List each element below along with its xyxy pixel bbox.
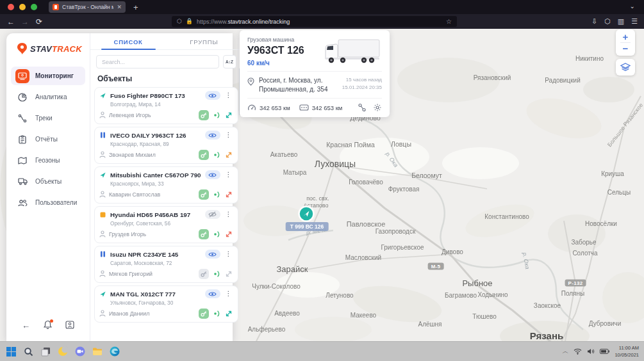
extensions-icon[interactable]: ⬡ <box>604 18 611 25</box>
key-status-icon[interactable] <box>199 309 209 319</box>
sidebar-item-label: Пользователи <box>35 199 77 206</box>
folder-icon <box>92 347 103 356</box>
battery-icon[interactable] <box>600 349 609 354</box>
map-label: Павловское <box>347 220 386 228</box>
sidebar-item-objects[interactable]: Объекты <box>11 172 85 191</box>
menu-icon[interactable]: ☰ <box>631 18 638 25</box>
more-menu-button[interactable]: ⋮ <box>224 92 233 99</box>
map-label: Белоомут <box>411 172 442 179</box>
zoom-out-button[interactable]: − <box>616 43 635 54</box>
ignition-status-icon[interactable] <box>212 150 221 159</box>
sidebar-item-reports[interactable]: Отчёты <box>11 130 85 148</box>
road-badge: М-5 <box>428 263 444 270</box>
visibility-toggle[interactable] <box>205 289 220 298</box>
sidebar-item-analytics[interactable]: Аналитика <box>11 88 85 106</box>
task-view-button[interactable] <box>40 346 51 357</box>
ignition-status-icon[interactable] <box>212 230 221 239</box>
connection-status-icon[interactable] <box>224 230 233 239</box>
forward-button[interactable]: → <box>18 17 32 26</box>
layers-button[interactable] <box>616 59 635 76</box>
back-arrow-button[interactable]: ← <box>22 321 30 330</box>
map-label: Криуша <box>601 170 624 177</box>
vehicle-card[interactable]: Mitsubishi Canter С567ОР 790⋮Красноярск,… <box>94 166 238 204</box>
app-logo: STAVTRACK <box>6 42 90 55</box>
key-status-icon[interactable] <box>199 150 209 160</box>
taskbar-clock[interactable]: 11:00 AM 10/05/2021 <box>615 344 639 359</box>
vehicle-card[interactable]: Isuzu NPR С234УЕ 145⋮Саратов, Московская… <box>94 246 238 283</box>
vehicle-card[interactable]: MAN TGL Х012СТ 777⋮Ульяновск, Гончарова,… <box>94 285 238 323</box>
visibility-toggle[interactable] <box>205 170 220 179</box>
vehicle-name: Fuso Fighter Р890СТ 173 <box>110 92 201 99</box>
zoom-in-button[interactable]: + <box>616 31 635 42</box>
sidebar-item-monitoring[interactable]: Мониторинг <box>11 67 85 85</box>
volume-icon[interactable] <box>587 348 595 355</box>
ignition-status-icon[interactable] <box>212 309 221 318</box>
sidebar-toggle-icon[interactable]: ▥ <box>618 18 624 25</box>
more-menu-button[interactable]: ⋮ <box>224 172 233 178</box>
more-menu-button[interactable]: ⋮ <box>224 211 233 218</box>
map-label: Сельцы <box>607 189 631 196</box>
ignition-status-icon[interactable] <box>212 269 221 278</box>
driver-icon <box>99 149 106 161</box>
key-status-icon[interactable] <box>199 110 209 120</box>
vehicle-status-icon <box>99 291 106 298</box>
sidebar-item-geozones[interactable]: Геозоны <box>11 151 85 170</box>
vehicle-card[interactable]: Hyundai HD65 Р456АВ 197⋮Оренбург, Советс… <box>94 206 238 243</box>
map-label: Макеево <box>351 312 377 319</box>
connection-status-icon[interactable] <box>224 111 233 120</box>
tab-list-chevron-icon[interactable]: ⌄ <box>630 3 635 10</box>
sort-az-button[interactable]: A↕Z <box>223 55 236 68</box>
route-button[interactable] <box>358 103 367 112</box>
night-mode-button[interactable] <box>57 346 69 357</box>
connection-status-icon[interactable] <box>224 269 233 278</box>
vehicle-card[interactable]: IVECO DAILY У963СТ 126⋮Краснодар, Красна… <box>94 127 238 164</box>
browser-tab[interactable]: СтавТрэк - Онлайн мониторин ✕ <box>49 1 126 13</box>
chat-button[interactable] <box>74 346 86 357</box>
sidebar-item-users[interactable]: Пользователи <box>11 193 85 212</box>
reload-button[interactable]: ⟳ <box>32 17 46 26</box>
connection-status-icon[interactable] <box>224 150 233 159</box>
more-menu-button[interactable]: ⋮ <box>224 132 233 138</box>
visibility-toggle[interactable] <box>205 210 220 219</box>
key-status-icon[interactable] <box>199 229 209 239</box>
url-bar[interactable]: ⬡ 🔒 https://www.stavtrack.online/trackin… <box>172 16 457 27</box>
start-button[interactable] <box>5 346 17 357</box>
shield-icon[interactable]: ⬡ <box>177 19 182 24</box>
key-status-icon[interactable] <box>199 269 209 279</box>
notifications-bell-button[interactable] <box>44 320 52 331</box>
connection-status-icon[interactable] <box>224 309 233 318</box>
clock-time: 11:00 AM <box>615 344 639 351</box>
more-menu-button[interactable]: ⋮ <box>224 251 233 257</box>
vehicle-name: IVECO DAILY У963СТ 126 <box>110 132 201 139</box>
more-menu-button[interactable]: ⋮ <box>224 291 233 297</box>
visibility-toggle[interactable] <box>205 91 220 100</box>
minimize-button[interactable] <box>19 4 26 10</box>
ignition-status-icon[interactable] <box>212 111 221 120</box>
tab-close-icon[interactable]: ✕ <box>117 4 122 10</box>
edge-browser-button[interactable] <box>109 346 120 357</box>
key-status-icon[interactable] <box>199 189 209 200</box>
vehicle-marker[interactable] <box>297 205 315 223</box>
search-button[interactable] <box>22 346 34 357</box>
settings-gear-button[interactable] <box>373 103 382 112</box>
ignition-status-icon[interactable] <box>212 190 221 199</box>
profile-button[interactable] <box>65 321 74 331</box>
sidebar-item-tracks[interactable]: Треки <box>11 109 85 127</box>
close-button[interactable] <box>8 4 14 10</box>
back-button[interactable]: ← <box>4 17 18 26</box>
zoom-button[interactable] <box>31 4 37 10</box>
visibility-toggle[interactable] <box>205 250 220 259</box>
tab-groups[interactable]: ГРУППЫ <box>166 35 242 49</box>
map-label: Ходынино <box>477 291 508 298</box>
vehicle-card[interactable]: Fuso Fighter Р890СТ 173⋮Волгоград, Мира,… <box>94 87 238 124</box>
file-explorer-button[interactable] <box>92 346 103 357</box>
new-tab-button[interactable]: + <box>133 3 138 12</box>
connection-status-icon[interactable] <box>224 190 233 199</box>
search-input[interactable] <box>96 55 219 68</box>
visibility-toggle[interactable] <box>205 131 220 140</box>
tray-chevron-icon[interactable]: ︿ <box>562 347 568 356</box>
download-icon[interactable]: ⇩ <box>591 18 597 25</box>
tab-list[interactable]: СПИСОК <box>90 35 166 49</box>
bookmark-star-icon[interactable]: ☆ <box>446 18 452 25</box>
wifi-icon[interactable] <box>574 348 582 355</box>
